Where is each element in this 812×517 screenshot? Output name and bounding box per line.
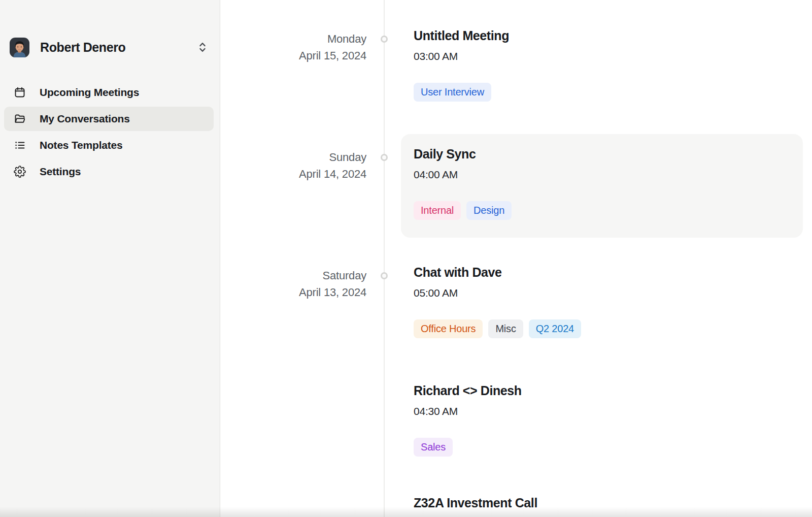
- timeline-date-label: April 14, 2024: [299, 166, 366, 182]
- sidebar-nav: Upcoming MeetingsMy ConversationsNotes T…: [4, 80, 214, 186]
- meeting-entry-richard-dinesh[interactable]: Richard <> Dinesh04:30 AMSales: [401, 383, 803, 457]
- timeline-day-label: Sunday: [299, 149, 366, 166]
- sidebar: Robert Denero Upcoming MeetingsMy Conver…: [0, 0, 220, 517]
- meeting-time: 04:30 AM: [414, 405, 790, 417]
- tag-sales[interactable]: Sales: [414, 438, 453, 457]
- timeline-date: SaturdayApril 13, 2024: [299, 267, 366, 301]
- meeting-entry-chat-with-dave[interactable]: Chat with Dave05:00 AMOffice HoursMiscQ2…: [401, 265, 803, 338]
- timeline-date: SundayApril 14, 2024: [299, 149, 366, 182]
- tag-office-hours[interactable]: Office Hours: [414, 319, 483, 338]
- timeline-dot: [381, 272, 388, 279]
- timeline-dot: [381, 36, 388, 43]
- calendar-icon: [14, 86, 26, 99]
- meeting-time: 05:00 AM: [414, 287, 790, 299]
- sidebar-item-label: Settings: [40, 166, 81, 178]
- app-window: Robert Denero Upcoming MeetingsMy Conver…: [0, 0, 812, 517]
- chevron-up-down-icon: [196, 40, 209, 54]
- sidebar-item-label: My Conversations: [40, 113, 130, 125]
- timeline-day-label: Saturday: [299, 267, 366, 284]
- workspace-switcher[interactable]: Robert Denero: [10, 37, 209, 57]
- timeline-date-label: April 15, 2024: [299, 47, 366, 64]
- meeting-time: 04:00 AM: [414, 169, 790, 181]
- timeline-line: [384, 0, 385, 517]
- meeting-tags: Sales: [414, 438, 790, 457]
- tag-design[interactable]: Design: [466, 201, 512, 220]
- user-name: Robert Denero: [40, 40, 196, 55]
- meeting-title: Richard <> Dinesh: [414, 383, 790, 398]
- timeline-date-label: April 13, 2024: [299, 284, 366, 301]
- meeting-tags: InternalDesign: [414, 201, 790, 220]
- tag-internal[interactable]: Internal: [414, 201, 461, 220]
- sidebar-item-label: Notes Templates: [40, 139, 123, 151]
- sidebar-item-settings[interactable]: Settings: [4, 159, 214, 184]
- meeting-entry-z32a-investment-call[interactable]: Z32A Investment Call: [401, 495, 803, 510]
- meeting-time: 03:00 AM: [414, 50, 790, 62]
- meeting-tags: Office HoursMiscQ2 2024: [414, 319, 790, 338]
- timeline-dot: [381, 154, 388, 161]
- folder-icon: [14, 113, 26, 125]
- timeline-day-label: Monday: [299, 30, 366, 47]
- gear-icon: [14, 166, 26, 178]
- meeting-entry-untitled-meeting[interactable]: Untitled Meeting03:00 AMUser Interview: [401, 28, 803, 102]
- meeting-entry-daily-sync[interactable]: Daily Sync04:00 AMInternalDesign: [401, 134, 803, 238]
- sidebar-item-notes-templates[interactable]: Notes Templates: [4, 133, 214, 157]
- meeting-title: Daily Sync: [414, 146, 790, 161]
- sidebar-item-label: Upcoming Meetings: [40, 86, 139, 99]
- meeting-title: Z32A Investment Call: [414, 495, 790, 510]
- meeting-title: Untitled Meeting: [414, 28, 790, 43]
- tag-misc[interactable]: Misc: [488, 319, 523, 338]
- tag-user-interview[interactable]: User Interview: [414, 83, 491, 102]
- sidebar-item-upcoming-meetings[interactable]: Upcoming Meetings: [4, 80, 214, 105]
- sidebar-item-my-conversations[interactable]: My Conversations: [4, 107, 214, 131]
- list-icon: [14, 139, 26, 151]
- timeline-date: MondayApril 15, 2024: [299, 30, 366, 64]
- user-avatar: [10, 38, 29, 57]
- meeting-title: Chat with Dave: [414, 265, 790, 280]
- tag-q2-2024[interactable]: Q2 2024: [529, 319, 581, 338]
- meeting-tags: User Interview: [414, 83, 790, 102]
